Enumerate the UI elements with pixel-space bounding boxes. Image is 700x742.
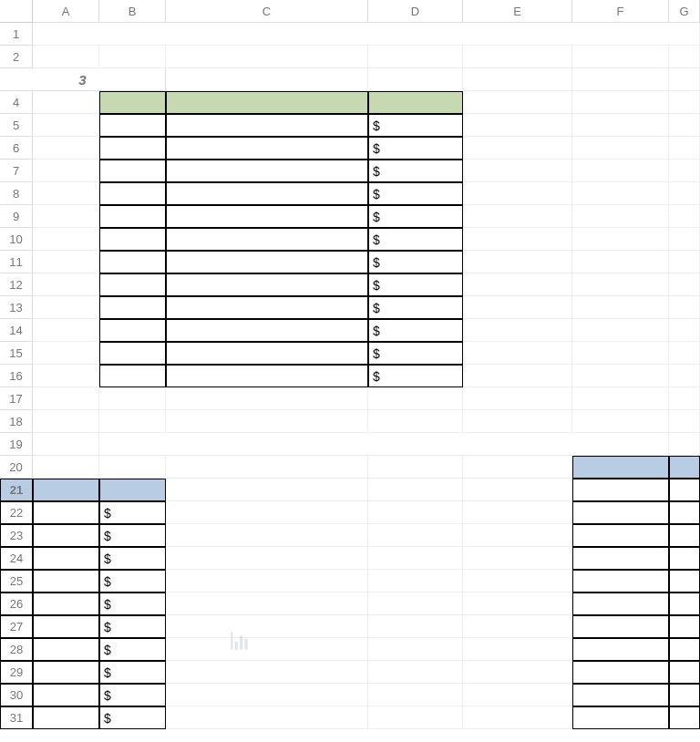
cell-D31[interactable]: [368, 706, 463, 729]
cell-A10[interactable]: [33, 228, 99, 251]
row-header-2[interactable]: 2: [0, 46, 33, 68]
st-price[interactable]: 23: [0, 524, 33, 547]
cell-E17[interactable]: [463, 387, 572, 410]
cell-A6[interactable]: [33, 137, 99, 160]
st-price[interactable]: 29: [0, 661, 33, 684]
pl-price[interactable]: $: [368, 114, 463, 137]
pl-id[interactable]: [99, 273, 166, 296]
pl-id[interactable]: [99, 205, 166, 228]
cell-C29[interactable]: [166, 661, 368, 684]
pl-price[interactable]: $: [368, 228, 463, 251]
pl-price[interactable]: $: [368, 137, 463, 160]
col-header-F[interactable]: F: [572, 0, 669, 23]
cell-C17[interactable]: [166, 387, 368, 410]
cell-C18[interactable]: [166, 410, 368, 433]
cell-D2[interactable]: [368, 46, 463, 68]
cell-E20[interactable]: [463, 456, 572, 479]
cell-F6[interactable]: [572, 137, 669, 160]
row-header-14[interactable]: 14: [0, 319, 33, 342]
col-header-E[interactable]: E: [463, 0, 572, 23]
row-header-5[interactable]: 5: [0, 114, 33, 137]
cell-E31[interactable]: [463, 706, 572, 729]
st-total[interactable]: $: [99, 570, 166, 593]
cell-E4[interactable]: [463, 91, 572, 114]
cell-E6[interactable]: [463, 137, 572, 160]
st-header-qty[interactable]: [33, 479, 99, 501]
cell-E8[interactable]: [463, 182, 572, 205]
st-total[interactable]: $: [99, 524, 166, 547]
st-total[interactable]: $: [99, 615, 166, 638]
cell-E14[interactable]: [463, 319, 572, 342]
cell-G7[interactable]: [669, 160, 700, 182]
cell-E15[interactable]: [463, 342, 572, 365]
row-header-18[interactable]: 18: [0, 410, 33, 433]
row-header-13[interactable]: 13: [0, 296, 33, 319]
cell-C28[interactable]: [166, 638, 368, 661]
st-total[interactable]: $: [99, 593, 166, 615]
cell-F14[interactable]: [572, 319, 669, 342]
pl-name[interactable]: [166, 137, 368, 160]
st-id[interactable]: [572, 570, 669, 593]
st-price[interactable]: 30: [0, 684, 33, 706]
st-name[interactable]: [669, 661, 700, 684]
cell-F7[interactable]: [572, 160, 669, 182]
cell-G9[interactable]: [669, 205, 700, 228]
st-id[interactable]: [572, 638, 669, 661]
cell-A16[interactable]: [33, 365, 99, 387]
row-header-15[interactable]: 15: [0, 342, 33, 365]
st-total[interactable]: $: [99, 501, 166, 524]
cell-C21[interactable]: [166, 479, 368, 501]
cell-E18[interactable]: [463, 410, 572, 433]
cell-A8[interactable]: [33, 182, 99, 205]
st-id[interactable]: [572, 661, 669, 684]
pl-name[interactable]: [166, 319, 368, 342]
cell-G13[interactable]: [669, 296, 700, 319]
pl-header-name[interactable]: [166, 91, 368, 114]
cell-D23[interactable]: [368, 524, 463, 547]
cell-F3[interactable]: [572, 68, 669, 91]
cell-G18[interactable]: [669, 410, 700, 433]
cell-G17[interactable]: [669, 387, 700, 410]
pl-id[interactable]: [99, 182, 166, 205]
pl-name[interactable]: [166, 273, 368, 296]
cell-E26[interactable]: [463, 593, 572, 615]
cell-E16[interactable]: [463, 365, 572, 387]
pl-id[interactable]: [99, 137, 166, 160]
cell-C24[interactable]: [166, 547, 368, 570]
pl-price[interactable]: $: [368, 182, 463, 205]
cell-G15[interactable]: [669, 342, 700, 365]
pl-id[interactable]: [99, 251, 166, 273]
pl-name[interactable]: [166, 182, 368, 205]
cell-D29[interactable]: [368, 661, 463, 684]
cell-D30[interactable]: [368, 684, 463, 706]
pl-price[interactable]: $: [368, 365, 463, 387]
cell-F8[interactable]: [572, 182, 669, 205]
pl-name[interactable]: [166, 205, 368, 228]
statement-heading[interactable]: [99, 433, 669, 456]
cell-C31[interactable]: [166, 706, 368, 729]
cell-D28[interactable]: [368, 638, 463, 661]
row-header-8[interactable]: 8: [0, 182, 33, 205]
cell-A12[interactable]: [33, 273, 99, 296]
cell-G8[interactable]: [669, 182, 700, 205]
st-header-name[interactable]: [669, 456, 700, 479]
row-header-17[interactable]: 17: [0, 387, 33, 410]
cell-E21[interactable]: [463, 479, 572, 501]
cell-C3[interactable]: [166, 68, 368, 91]
st-price[interactable]: 31: [0, 706, 33, 729]
cell-C2[interactable]: [166, 46, 368, 68]
st-qty[interactable]: [33, 706, 99, 729]
cell-D21[interactable]: [368, 479, 463, 501]
st-total[interactable]: $: [99, 706, 166, 729]
row-header-1[interactable]: 1: [0, 23, 33, 46]
cell-D24[interactable]: [368, 547, 463, 570]
pl-price[interactable]: $: [368, 205, 463, 228]
cell-G3[interactable]: [669, 68, 700, 91]
cell-A2[interactable]: [33, 46, 99, 68]
cell-A15[interactable]: [33, 342, 99, 365]
pl-id[interactable]: [99, 342, 166, 365]
st-qty[interactable]: [33, 501, 99, 524]
cell-A13[interactable]: [33, 296, 99, 319]
pl-price[interactable]: $: [368, 296, 463, 319]
st-id[interactable]: [572, 706, 669, 729]
